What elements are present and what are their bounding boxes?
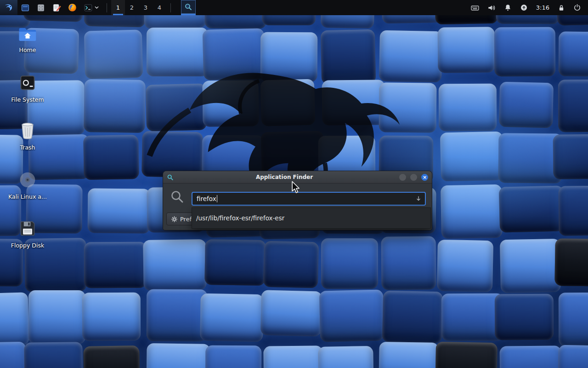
floppy-disk-icon (18, 219, 37, 238)
volume-icon (487, 3, 496, 12)
launcher-terminal[interactable] (80, 0, 94, 15)
wallpaper-cube (495, 294, 554, 340)
completion-popup: /usr/lib/firefox-esr/firefox-esr (192, 207, 431, 229)
launcher-file-manager[interactable] (33, 0, 49, 15)
window-title: Application Finder (174, 174, 395, 180)
maximize-button[interactable] (410, 174, 417, 181)
search-input[interactable]: firefox (192, 192, 426, 206)
search-icon (170, 190, 185, 204)
desktop: 1 2 3 4 (0, 0, 588, 368)
workspace-2-label: 2 (130, 4, 134, 11)
wallpaper-cube (28, 290, 85, 344)
suggestion-item[interactable]: /usr/lib/firefox-esr/firefox-esr (192, 214, 288, 222)
trash-icon (19, 121, 36, 140)
wallpaper-cube (203, 80, 259, 126)
wallpaper-cube (379, 342, 439, 368)
wallpaper-cube (440, 132, 504, 182)
desktop-icon-trash[interactable]: Trash (1, 121, 54, 151)
updates-status-button[interactable] (517, 0, 531, 15)
power-icon (573, 3, 582, 12)
desktop-icon-file-system[interactable]: File System (1, 74, 54, 103)
wallpaper-cube (204, 239, 266, 286)
wallpaper-cube (500, 346, 562, 368)
keyboard-layout-button[interactable] (468, 0, 482, 15)
launcher-app-window[interactable] (17, 0, 33, 15)
desktop-icon-label: Floppy Disk (11, 242, 44, 249)
file-manager-icon (36, 3, 45, 12)
app-finder-task-icon (184, 3, 192, 11)
wallpaper-cube (559, 293, 588, 346)
terminal-icon (84, 3, 93, 12)
minimize-button[interactable] (399, 174, 406, 181)
wallpaper-cube (145, 84, 207, 132)
system-tray: 3:16 (468, 0, 588, 15)
top-panel: 1 2 3 4 (0, 0, 588, 15)
lock-icon (557, 4, 565, 12)
volume-button[interactable] (484, 0, 499, 15)
kali-logo-icon (4, 3, 14, 13)
wallpaper-cube (494, 27, 555, 77)
wallpaper-cube (381, 236, 436, 290)
notifications-button[interactable] (501, 0, 515, 15)
panel-separator (170, 3, 171, 12)
terminal-dropdown-button[interactable] (94, 0, 102, 15)
wallpaper-cube (147, 28, 208, 76)
panel-separator (107, 3, 107, 12)
desktop-icon-label: Kali Linux a... (8, 193, 47, 200)
wallpaper-cube (322, 80, 385, 126)
wallpaper-cube (499, 185, 564, 232)
wallpaper-cube (143, 239, 206, 291)
wallpaper-cube (499, 81, 554, 127)
app-window-icon (21, 3, 30, 12)
wallpaper-cube (142, 131, 204, 178)
kali-disc-icon (18, 171, 37, 189)
workspace-2[interactable]: 2 (125, 0, 139, 15)
wallpaper-cube (435, 342, 498, 368)
window-titlebar[interactable]: Application Finder × (163, 171, 432, 184)
tasklist-application-finder[interactable] (181, 0, 196, 15)
wallpaper-cube (84, 79, 146, 133)
desktop-icon-label: Home (19, 46, 36, 53)
wallpaper-cube (205, 345, 261, 368)
wallpaper-cube (500, 239, 561, 293)
desktop-icon-kali-cd[interactable]: Kali Linux a... (1, 171, 54, 200)
app-finder-window-icon (167, 174, 174, 181)
wallpaper-cube (260, 79, 315, 126)
wallpaper-cube (438, 27, 495, 73)
wallpaper-cube (318, 346, 374, 368)
screen-lock-button[interactable] (554, 0, 568, 15)
wallpaper-cube (559, 32, 588, 77)
wallpaper-cube (441, 184, 503, 239)
desktop-icon-label: Trash (20, 144, 35, 151)
workspace-4[interactable]: 4 (153, 0, 166, 15)
wallpaper-cube (558, 79, 588, 132)
wallpaper-cube (147, 289, 208, 341)
wallpaper-cube (319, 290, 384, 342)
desktop-icon-home[interactable]: Home (1, 26, 54, 53)
desktop-icon-label: File System (11, 96, 44, 103)
panel-clock[interactable]: 3:16 (533, 4, 553, 11)
entry-dropdown-arrow-icon[interactable] (415, 196, 422, 202)
workspace-3-label: 3 (144, 4, 147, 11)
workspace-1[interactable]: 1 (111, 0, 125, 15)
wallpaper-cube (0, 293, 29, 347)
session-power-button[interactable] (570, 0, 584, 15)
keyboard-icon (470, 3, 480, 12)
text-caret (217, 195, 217, 202)
close-button[interactable]: × (421, 174, 428, 181)
wallpaper-cube (202, 28, 265, 80)
desktop-icon-floppy[interactable]: Floppy Disk (1, 219, 54, 249)
wallpaper-cube (82, 292, 141, 341)
file-system-drive-icon (18, 74, 37, 92)
wallpaper-cube (260, 290, 322, 336)
workspace-3[interactable]: 3 (139, 0, 153, 15)
kali-menu-button[interactable] (0, 0, 17, 15)
window-body: firefox Preferences /u (163, 184, 432, 230)
launcher-firefox[interactable] (64, 0, 80, 15)
wallpaper-cube (260, 32, 317, 82)
workspace-4-label: 4 (158, 4, 161, 11)
workspace-1-label: 1 (116, 4, 120, 11)
launcher-text-editor[interactable] (49, 0, 64, 15)
wallpaper-cube (379, 30, 442, 82)
updates-circle-arrow-icon (520, 3, 528, 12)
